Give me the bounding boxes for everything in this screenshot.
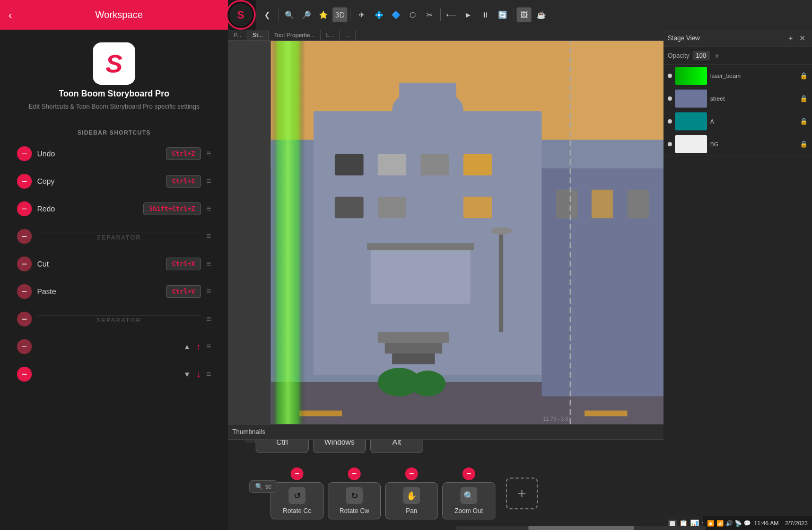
separator-label-1: SEPARATOR	[37, 233, 201, 241]
layer-lock-icon-3: 🔒	[800, 118, 808, 125]
arrow-down-key: ↓	[196, 369, 201, 380]
layer-lock-icon-2: 🔒	[800, 95, 808, 102]
stage-add-button[interactable]: +	[787, 41, 795, 43]
workspace-header: ‹ Workspace	[0, 0, 228, 30]
toolbar-back-btn[interactable]: ❮	[260, 7, 275, 22]
rotate-cw-key[interactable]: ↻ Rotate Cw	[328, 482, 381, 519]
separator-label-2: SEPARATOR	[37, 315, 201, 323]
tab-p[interactable]: P...	[228, 30, 247, 40]
toolbar-repeat-btn[interactable]: 🔄	[495, 7, 510, 22]
shortcut-item-cut: − Cut Ctrl+X ≡	[11, 250, 217, 278]
bottom-search-field[interactable]: 🔍 sc	[249, 480, 277, 493]
tab-l[interactable]: L...	[321, 30, 340, 40]
system-date: 2/7/2023	[785, 520, 808, 526]
remove-copy-button[interactable]: −	[17, 174, 32, 189]
toolbar-btn-2[interactable]: 💠	[371, 7, 386, 22]
toolbar-pause-btn[interactable]: ⏸	[478, 7, 493, 22]
top-bar: ‹ Workspace S ❮ 🔍 🔎 ⭐ 3D ✈ 💠 🔷 ⬡ ✂ ⟵ ► ⏸…	[0, 0, 812, 30]
left-sidebar: S Toon Boom Storyboard Pro Edit Shortcut…	[0, 30, 228, 530]
toolbar-btn-4[interactable]: ⬡	[405, 7, 420, 22]
remove-zoom-out-button[interactable]: −	[462, 467, 475, 480]
drag-handle-copy[interactable]: ≡	[206, 176, 211, 186]
remove-rotate-ccw-button[interactable]: −	[291, 467, 303, 480]
stage-close-button[interactable]: ✕	[797, 41, 808, 43]
ctrl-key-cap[interactable]: Ctrl	[256, 440, 309, 453]
remove-redo-button[interactable]: −	[17, 201, 32, 216]
alt-key-container: − Alt	[370, 440, 423, 453]
toolbar-cup-btn[interactable]: ☕	[534, 7, 548, 22]
alt-key-cap[interactable]: Alt	[370, 440, 423, 453]
remove-rotate-cw-button[interactable]: −	[348, 467, 361, 480]
rotate-ccw-key[interactable]: ↺ Rotate Cc	[270, 482, 324, 519]
opacity-value[interactable]: 100	[693, 51, 710, 60]
search-icon: 🔍	[255, 483, 263, 490]
drag-handle-paste[interactable]: ≡	[206, 287, 211, 296]
toolbar-play-btn[interactable]: ►	[461, 7, 476, 22]
toolbar-sep-4	[513, 8, 513, 21]
horizontal-scrollbar[interactable]	[456, 526, 706, 530]
shortcut-item-paste: − Paste Ctrl+V ≡	[11, 278, 217, 305]
remove-undo-button[interactable]: −	[17, 146, 32, 161]
shortcut-item-undo: − Undo Ctrl+Z ≡	[11, 140, 217, 167]
rotate-ccw-container: − ↺ Rotate Cc	[270, 467, 324, 519]
opacity-label: Opacity	[668, 52, 689, 59]
pan-label: Pan	[406, 507, 417, 515]
app-name: Toon Boom Storyboard Pro	[59, 89, 170, 99]
shortcut-key-redo: Shift+Ctrl+Z	[143, 202, 201, 215]
rotate-cw-icon: ↻	[346, 487, 363, 504]
drag-handle-redo[interactable]: ≡	[206, 204, 211, 214]
toolbar-btn-3[interactable]: 🔷	[388, 7, 403, 22]
layer-item-bg[interactable]: BG 🔒	[663, 133, 812, 156]
zoom-out-key[interactable]: 🔍 Zoom Out	[442, 482, 495, 519]
shortcut-key-cut: Ctrl+X	[166, 258, 200, 270]
pan-key[interactable]: ✋ Pan	[385, 482, 438, 519]
opacity-add-button[interactable]: +	[713, 50, 721, 61]
remove-cut-button[interactable]: −	[17, 257, 32, 271]
layer-visibility-dot-4	[668, 142, 672, 146]
svg-rect-7	[378, 154, 406, 175]
stage-view-title: Stage View	[668, 41, 784, 42]
remove-sep1-button[interactable]: −	[17, 229, 32, 244]
remove-down-button[interactable]: −	[17, 367, 32, 382]
system-tray: 🔼 📶 🔊 📡 💬 11:46 AM 2/7/2023	[703, 516, 812, 530]
toolbar-view-btn[interactable]: 🖼	[517, 7, 531, 22]
remove-pan-button[interactable]: −	[405, 467, 418, 480]
layer-name-street: street	[710, 95, 797, 102]
toolbar-btn-1[interactable]: ✈	[354, 7, 369, 22]
shortcut-item-sep2: − SEPARATOR ≡	[11, 305, 217, 333]
scrollbar-thumb[interactable]	[528, 526, 634, 530]
tab-more[interactable]: ...	[340, 30, 356, 40]
remove-sep2-button[interactable]: −	[17, 312, 32, 326]
drag-handle-undo[interactable]: ≡	[206, 149, 211, 158]
layer-thumb-bg	[675, 135, 707, 153]
back-button[interactable]: ‹	[8, 9, 12, 21]
layer-item-street[interactable]: street 🔒	[663, 87, 812, 110]
svg-rect-5	[399, 83, 457, 118]
layer-item-laser[interactable]: laser_beam 🔒	[663, 65, 812, 87]
drag-handle-sep1[interactable]: ≡	[206, 232, 211, 241]
layer-item-a[interactable]: A 🔒	[663, 110, 812, 133]
drag-handle-up[interactable]: ≡	[206, 342, 211, 351]
search-text: sc	[265, 483, 272, 490]
remove-paste-button[interactable]: −	[17, 284, 32, 299]
app-logo: S	[93, 42, 135, 85]
toolbar-3d-btn[interactable]: 3D	[333, 7, 347, 22]
svg-rect-11	[378, 197, 406, 218]
add-action-button[interactable]: +	[506, 478, 538, 509]
stage-right-panel: Stage View + ✕ Opacity 100 +	[663, 41, 812, 424]
toolbar-zoom-out-btn[interactable]: 🔎	[299, 7, 313, 22]
tab-st[interactable]: St...	[247, 30, 269, 40]
drag-handle-sep2[interactable]: ≡	[206, 314, 211, 324]
zoom-out-icon: 🔍	[460, 487, 477, 504]
toolbar-star-btn[interactable]: ⭐	[316, 7, 330, 22]
layer-thumb-street	[675, 90, 707, 108]
drag-handle-cut[interactable]: ≡	[206, 259, 211, 269]
remove-up-button[interactable]: −	[17, 339, 32, 354]
drag-handle-down[interactable]: ≡	[206, 369, 211, 379]
toolbar-zoom-in-btn[interactable]: 🔍	[282, 7, 296, 22]
toolbar-btn-5[interactable]: ✂	[422, 7, 437, 22]
windows-key-cap[interactable]: Windows	[313, 440, 366, 453]
tab-tool-properties[interactable]: Tool Propertie...	[269, 30, 321, 40]
toolbar-undo-btn[interactable]: ⟵	[444, 7, 459, 22]
system-time: 11:46 AM	[754, 520, 779, 526]
